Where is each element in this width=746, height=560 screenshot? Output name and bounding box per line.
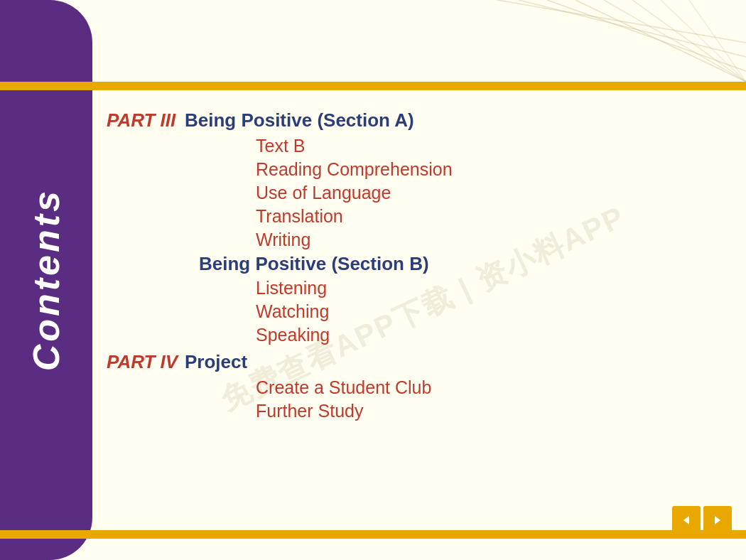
bottom-gold-bar [0, 530, 746, 539]
part4-label: PART IV [107, 351, 185, 373]
part4-section-title: Project [185, 351, 247, 373]
item-text-b: Text B [256, 136, 732, 156]
prev-button[interactable] [672, 506, 701, 534]
item-watching: Watching [256, 301, 732, 322]
navigation-buttons [672, 506, 732, 534]
item-use-of-language: Use of Language [256, 183, 732, 203]
item-speaking: Speaking [256, 325, 732, 345]
svg-marker-9 [715, 516, 720, 524]
svg-line-0 [497, 0, 746, 43]
part3-section-title: Being Positive (Section A) [185, 109, 414, 131]
item-create-club: Create a Student Club [256, 377, 732, 398]
item-further-study: Further Study [256, 401, 732, 421]
decorative-lines [391, 0, 746, 82]
item-writing: Writing [256, 230, 732, 250]
main-content: PART III Being Positive (Section A) Text… [107, 92, 732, 521]
part4-header-row: PART IV Project [107, 351, 732, 373]
svg-marker-8 [683, 516, 689, 524]
section-b-title: Being Positive (Section B) [199, 253, 732, 275]
svg-line-5 [632, 0, 746, 82]
item-translation: Translation [256, 206, 732, 227]
item-listening: Listening [256, 278, 732, 298]
svg-line-3 [575, 0, 746, 82]
part3-label: PART III [107, 109, 185, 131]
item-reading-comprehension: Reading Comprehension [256, 159, 732, 180]
svg-line-4 [604, 0, 746, 82]
next-button[interactable] [703, 506, 732, 534]
part3-header-row: PART III Being Positive (Section A) [107, 109, 732, 131]
sidebar-title: Contents [25, 188, 67, 371]
top-gold-bar [0, 82, 746, 90]
